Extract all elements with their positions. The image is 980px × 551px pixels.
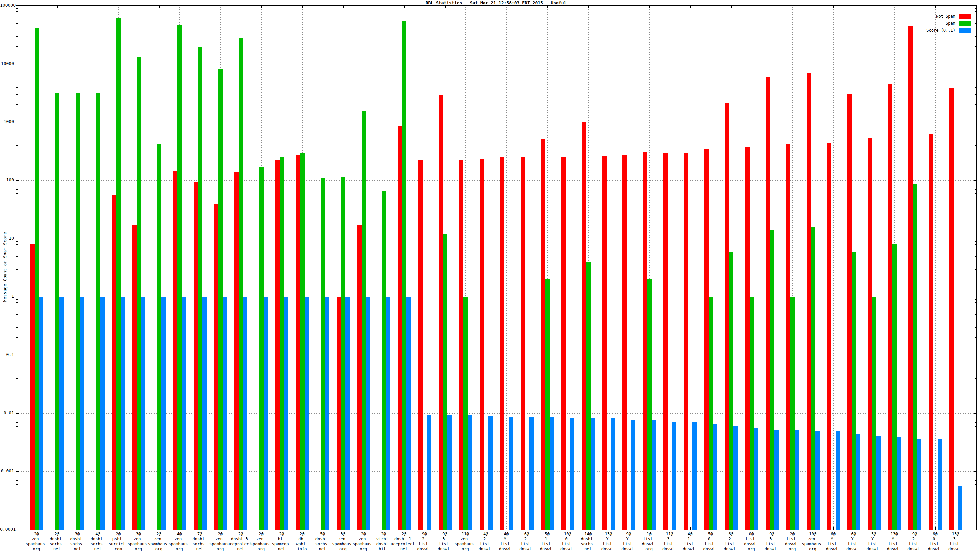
y-axis-major-tick (16, 180, 19, 181)
y-axis-minor-tick (16, 81, 18, 82)
y-axis-minor-tick (975, 193, 976, 194)
bar-score (161, 297, 166, 530)
bar-score (264, 297, 268, 530)
bar-score (305, 297, 309, 530)
bar-spam (321, 178, 325, 530)
y-axis-minor-tick (975, 244, 976, 245)
y-axis-minor-tick (16, 29, 18, 29)
y-axis-minor-tick (975, 416, 976, 416)
bar-spam (177, 25, 182, 530)
x-axis-tick (139, 6, 139, 8)
y-axis-minor-tick (975, 198, 976, 198)
y-axis-minor-tick (975, 8, 976, 9)
bar-not-spam (520, 157, 525, 530)
bar-score (774, 430, 779, 530)
bar-score (570, 418, 574, 530)
x-axis-tick (588, 6, 589, 8)
y-axis-minor-tick (975, 70, 976, 70)
bar-not-spam (500, 157, 504, 530)
bar-not-spam (950, 88, 954, 530)
bar-spam (157, 144, 161, 530)
y-axis-minor-tick (16, 320, 18, 321)
y-axis-minor-tick (16, 241, 18, 241)
legend-label: Score (0..1) (926, 28, 955, 33)
bar-score (243, 297, 247, 530)
y-axis-minor-tick (975, 81, 976, 82)
y-axis-minor-tick (975, 163, 976, 163)
y-axis-minor-tick (975, 269, 976, 270)
bar-score (488, 416, 493, 530)
y-axis-minor-tick (16, 221, 18, 221)
x-axis-tick (935, 527, 936, 530)
bar-not-spam (745, 147, 749, 530)
bar-spam (280, 157, 284, 530)
x-axis-tick (404, 6, 405, 8)
y-axis-major-tick (974, 413, 976, 414)
x-axis-tick (343, 6, 344, 8)
x-gridline (568, 6, 568, 530)
x-axis-tick (711, 6, 711, 8)
y-axis-minor-tick (975, 373, 976, 373)
legend-item: Spam (926, 20, 971, 27)
y-axis-minor-tick (16, 431, 18, 431)
rbl-statistics-chart: RBL Statistics - Sat Mar 21 12:58:03 EDT… (0, 0, 980, 551)
bar-score (877, 436, 881, 530)
y-axis-minor-tick (16, 11, 18, 12)
x-axis-tick (200, 6, 200, 8)
y-axis-minor-tick (16, 368, 18, 368)
y-axis-minor-tick (16, 512, 18, 513)
x-axis-tick (649, 6, 650, 8)
bar-spam (463, 297, 468, 530)
y-axis-minor-tick (975, 495, 976, 495)
y-axis-minor-tick (16, 444, 18, 444)
bar-score (325, 297, 329, 530)
bar-score (59, 297, 64, 530)
y-axis-minor-tick (16, 248, 18, 248)
y-axis-minor-tick (975, 221, 976, 221)
x-axis-tick (813, 6, 813, 8)
legend-swatch (959, 21, 971, 25)
y-axis-minor-tick (975, 358, 976, 358)
bar-not-spam (827, 143, 831, 530)
y-axis-minor-tick (975, 128, 976, 128)
y-axis-minor-tick (16, 360, 18, 361)
bar-not-spam (622, 156, 627, 530)
bar-not-spam (602, 156, 606, 530)
y-axis-minor-tick (975, 145, 976, 146)
bar-not-spam (561, 157, 566, 530)
y-axis-minor-tick (16, 302, 18, 303)
y-axis-minor-tick (16, 502, 18, 502)
x-gridline (935, 6, 936, 530)
bar-not-spam (459, 160, 463, 530)
y-axis-minor-tick (16, 131, 18, 132)
y-axis-minor-tick (16, 14, 18, 15)
bar-not-spam (296, 156, 300, 530)
y-tick-label: 100 (0, 177, 14, 183)
y-axis-minor-tick (975, 241, 976, 241)
bar-not-spam (30, 244, 35, 530)
bar-spam (259, 167, 264, 530)
x-gridline (527, 6, 527, 530)
y-axis-minor-tick (16, 262, 18, 262)
x-axis-tick (690, 6, 691, 8)
x-axis-tick (670, 6, 670, 8)
y-axis-minor-tick (975, 437, 976, 437)
legend-label: Spam (946, 21, 955, 25)
bar-spam (913, 184, 917, 530)
x-axis-tick (629, 6, 630, 8)
plot-area (16, 5, 977, 530)
y-axis-minor-tick (975, 512, 976, 513)
bar-score (529, 417, 534, 530)
bar-spam (218, 69, 223, 530)
x-tick-label: 13@ 3. list. dnswl. org origin (932, 532, 979, 551)
x-axis-tick (956, 6, 956, 8)
y-axis-minor-tick (16, 244, 18, 245)
y-axis-minor-tick (16, 145, 18, 146)
y-axis-major-tick (16, 122, 19, 122)
y-axis-minor-tick (16, 416, 18, 416)
legend-item: Score (0..1) (926, 27, 971, 33)
y-axis-minor-tick (975, 368, 976, 368)
bar-score (611, 418, 615, 530)
x-axis-tick (507, 6, 507, 8)
y-axis-major-tick (974, 122, 976, 122)
